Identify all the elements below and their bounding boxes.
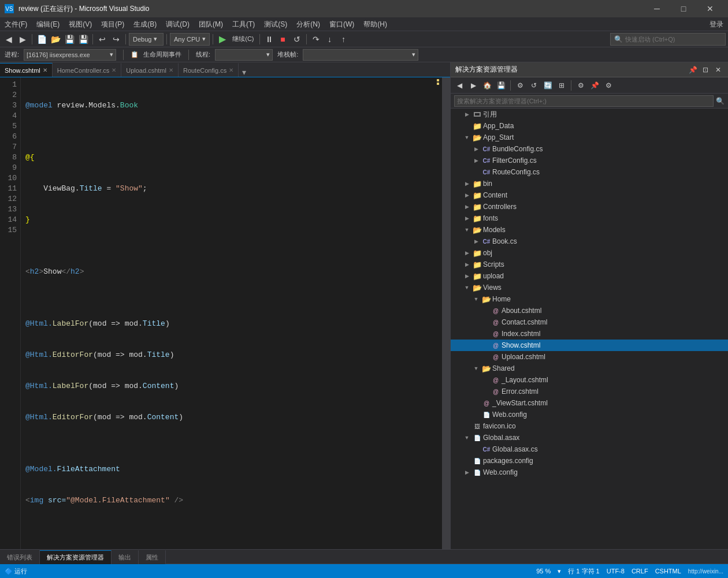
- tree-item-routeconfig[interactable]: C# RouteConfig.cs: [451, 166, 728, 178]
- open-button[interactable]: 📂: [49, 33, 62, 46]
- tree-item-favicon[interactable]: 🖼 favicon.ico: [451, 420, 728, 432]
- tab-home-close[interactable]: ✕: [112, 67, 116, 73]
- tab-show-cshtml[interactable]: Show.cshtml ✕: [0, 63, 53, 77]
- se-save-button[interactable]: 💾: [495, 79, 507, 92]
- menu-file[interactable]: 文件(F): [0, 17, 32, 31]
- tree-item-index[interactable]: @ Index.cshtml: [451, 328, 728, 340]
- status-zoom-dropdown[interactable]: ▾: [558, 568, 561, 575]
- tree-item-webconfig-views[interactable]: 📄 Web.config: [451, 409, 728, 420]
- platform-dropdown[interactable]: Any CPU ▾: [170, 33, 210, 46]
- expand-controllers[interactable]: ▶: [462, 202, 471, 211]
- expand-app-start[interactable]: ▼: [462, 133, 471, 142]
- expand-webconfig[interactable]: ▶: [462, 468, 471, 477]
- forward-button[interactable]: ▶: [16, 33, 29, 46]
- menu-edit[interactable]: 编辑(E): [32, 17, 64, 31]
- expand-filterconfig[interactable]: ▶: [471, 156, 481, 165]
- lifecycle-btn[interactable]: 📋: [131, 51, 139, 58]
- menu-build[interactable]: 生成(B): [129, 17, 161, 31]
- tree-item-home[interactable]: ▼ 📂 Home: [451, 293, 728, 305]
- expand-obj[interactable]: ▶: [462, 248, 471, 258]
- tree-item-packages[interactable]: 📄 packages.config: [451, 455, 728, 467]
- se-collapse-button[interactable]: ⊞: [555, 79, 568, 92]
- expand-home[interactable]: ▼: [471, 294, 481, 304]
- new-project-button[interactable]: 📄: [35, 33, 48, 46]
- continue-label[interactable]: 继续(C): [230, 33, 256, 46]
- tab-upload-close[interactable]: ✕: [169, 67, 173, 73]
- se-settings1-button[interactable]: ⚙: [514, 79, 526, 92]
- menu-test[interactable]: 测试(S): [259, 17, 292, 31]
- back-button[interactable]: ◀: [2, 33, 15, 46]
- tree-item-fonts[interactable]: ▶ 📁 fonts: [451, 212, 728, 224]
- se-forward-button[interactable]: ▶: [467, 79, 480, 92]
- se-pin-button[interactable]: 📌: [688, 65, 698, 75]
- bottom-tab-properties[interactable]: 属性: [139, 550, 166, 564]
- se-back-button[interactable]: ◀: [453, 79, 466, 92]
- bottom-tab-error-list[interactable]: 错误列表: [0, 550, 40, 564]
- bottom-tab-solution-explorer[interactable]: 解决方案资源管理器: [40, 550, 112, 564]
- tree-item-bin[interactable]: ▶ 📁 bin: [451, 178, 728, 189]
- expand-app-data[interactable]: [462, 121, 471, 130]
- expand-content[interactable]: ▶: [462, 191, 471, 200]
- tree-item-scripts[interactable]: ▶ 📁 Scripts: [451, 259, 728, 270]
- tree-item-book-cs[interactable]: ▶ C# Book.cs: [451, 236, 728, 247]
- tree-item-obj[interactable]: ▶ 📁 obj: [451, 247, 728, 259]
- solution-explorer-tree[interactable]: ▶ 引用 📁 App_Data ▼ 📂 App_Start ▶ C# Bundl…: [451, 109, 728, 549]
- se-settings3-button[interactable]: ⚙: [602, 79, 615, 92]
- tree-item-show[interactable]: @ Show.cshtml: [451, 340, 728, 351]
- solution-explorer-search-input[interactable]: [454, 95, 714, 107]
- process-dropdown[interactable]: [16176] iisexpress.exe ▾: [24, 49, 116, 61]
- expand-bin[interactable]: ▶: [462, 179, 471, 188]
- menu-analyze[interactable]: 分析(N): [292, 17, 325, 31]
- tree-item-error[interactable]: @ Error.cshtml: [451, 386, 728, 397]
- bottom-tab-output[interactable]: 输出: [112, 550, 139, 564]
- tree-item-upload[interactable]: ▶ 📁 upload: [451, 270, 728, 282]
- menu-team[interactable]: 团队(M): [194, 17, 228, 31]
- tree-item-global-asax-cs[interactable]: C# Global.asax.cs: [451, 443, 728, 455]
- callstack-dropdown[interactable]: ▾: [303, 49, 418, 61]
- minimize-button[interactable]: ─: [644, 0, 670, 17]
- menu-login[interactable]: 登录: [705, 17, 728, 31]
- code-editor[interactable]: 1 2 3 4 5 6 7 8 9 10 11 12 13 14 15 @mod…: [0, 77, 450, 549]
- expand-models[interactable]: ▼: [462, 225, 471, 234]
- tab-route-close[interactable]: ✕: [229, 67, 233, 73]
- tree-item-shared[interactable]: ▼ 📂 Shared: [451, 363, 728, 374]
- restart-button[interactable]: ↺: [291, 33, 303, 46]
- expand-views[interactable]: ▼: [462, 283, 471, 292]
- se-settings2-button[interactable]: ⚙: [574, 79, 587, 92]
- se-close-button[interactable]: ✕: [713, 65, 723, 75]
- se-pin2-button[interactable]: 📌: [588, 79, 601, 92]
- thread-dropdown[interactable]: ▾: [215, 49, 273, 61]
- code-content[interactable]: @model review.Models.Book @{ ViewBag.Tit…: [21, 77, 434, 549]
- debug-mode-dropdown[interactable]: Debug ▾: [129, 33, 164, 46]
- tree-item-bundleconfig[interactable]: ▶ C# BundleConfig.cs: [451, 143, 728, 155]
- tree-item-layout[interactable]: @ _Layout.cshtml: [451, 374, 728, 386]
- close-button[interactable]: ✕: [697, 0, 723, 17]
- expand-shared[interactable]: ▼: [471, 364, 481, 373]
- save-button[interactable]: 💾: [63, 33, 76, 46]
- tab-homecontroller[interactable]: HomeController.cs ✕: [53, 63, 121, 77]
- undo-button[interactable]: ↩: [96, 33, 109, 46]
- expand-book-cs[interactable]: ▶: [471, 237, 481, 246]
- tree-item-viewstart[interactable]: @ _ViewStart.cshtml: [451, 397, 728, 409]
- pause-button[interactable]: ⏸: [263, 33, 276, 46]
- se-sync-button[interactable]: ↺: [528, 79, 540, 92]
- se-float-button[interactable]: ⊡: [700, 65, 711, 75]
- menu-help[interactable]: 帮助(H): [359, 17, 392, 31]
- menu-view[interactable]: 视图(V): [64, 17, 96, 31]
- tree-item-content[interactable]: ▶ 📁 Content: [451, 189, 728, 201]
- se-refresh-button[interactable]: 🔄: [541, 79, 554, 92]
- tree-item-app-data[interactable]: 📁 App_Data: [451, 120, 728, 132]
- menu-debug[interactable]: 调试(D): [161, 17, 194, 31]
- step-out-button[interactable]: ↑: [337, 33, 350, 46]
- tree-item-upload-html[interactable]: @ Upload.cshtml: [451, 351, 728, 363]
- tree-item-about[interactable]: @ About.cshtml: [451, 305, 728, 316]
- menu-tools[interactable]: 工具(T): [228, 17, 259, 31]
- expand-scripts[interactable]: ▶: [462, 260, 471, 269]
- continue-button[interactable]: ▶: [216, 33, 229, 46]
- expand-fonts[interactable]: ▶: [462, 214, 471, 223]
- tab-upload[interactable]: Upload.cshtml ✕: [121, 63, 179, 77]
- step-over-button[interactable]: ↷: [310, 33, 322, 46]
- vertical-scrollbar[interactable]: [442, 77, 450, 549]
- quick-launch-container[interactable]: 🔍: [610, 33, 726, 46]
- menu-project[interactable]: 项目(P): [96, 17, 129, 31]
